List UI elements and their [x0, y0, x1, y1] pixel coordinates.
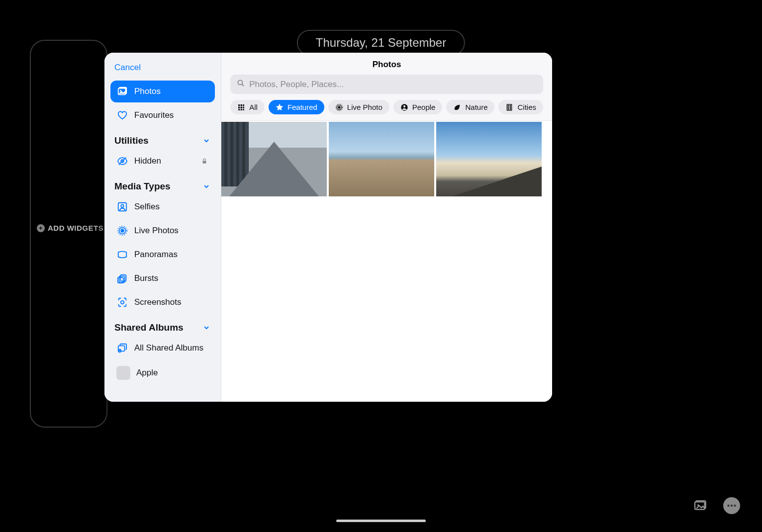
svg-point-3 [727, 505, 729, 507]
lockscreen-date-pill[interactable]: Thursday, 21 September [297, 30, 465, 56]
svg-rect-34 [243, 109, 244, 110]
svg-rect-47 [508, 108, 509, 109]
svg-rect-28 [243, 104, 244, 106]
svg-rect-43 [508, 105, 509, 106]
photo-thumbnail[interactable] [329, 122, 434, 196]
section-header-utilities[interactable]: Utilities [110, 128, 215, 148]
chip-label: People [412, 103, 436, 111]
svg-rect-27 [241, 104, 242, 106]
photo-thumbnail[interactable] [221, 122, 327, 196]
sidebar-item-hidden[interactable]: Hidden [110, 150, 215, 172]
add-widgets-label: ADD WIDGETS [48, 224, 103, 232]
more-button[interactable] [723, 497, 740, 514]
sidebar-item-panoramas[interactable]: Panoramas [110, 244, 215, 266]
bottom-toolbar [692, 497, 740, 514]
search-field[interactable] [230, 75, 543, 94]
sidebar-item-live-photos[interactable]: Live Photos [110, 220, 215, 242]
shared-stack-icon [116, 342, 128, 354]
sidebar-item-favourites[interactable]: Favourites [110, 104, 215, 126]
sidebar-item-label: Live Photos [134, 226, 179, 236]
photo-picker-modal: Cancel Photos Favourites Utili [104, 53, 552, 402]
sidebar-item-label: All Shared Albums [134, 343, 203, 353]
svg-rect-33 [241, 109, 242, 110]
sidebar: Cancel Photos Favourites Utili [104, 53, 221, 402]
sidebar-item-selfies[interactable]: Selfies [110, 196, 215, 218]
svg-rect-29 [238, 106, 240, 108]
sidebar-item-label: Hidden [134, 156, 161, 166]
section-header-media-types[interactable]: Media Types [110, 174, 215, 194]
chip-all[interactable]: All [230, 100, 265, 114]
sidebar-item-photos[interactable]: Photos [110, 81, 215, 102]
sidebar-item-screenshots[interactable]: Screenshots [110, 291, 215, 313]
photo-thumbnail[interactable] [436, 122, 542, 196]
sidebar-item-label: Screenshots [134, 297, 182, 307]
chevron-down-icon [202, 182, 211, 191]
svg-rect-26 [238, 104, 240, 106]
filter-chips: All Featured Live Photo [230, 94, 543, 114]
svg-point-4 [731, 505, 733, 507]
panorama-icon [116, 249, 128, 261]
svg-point-24 [238, 80, 243, 85]
chip-people[interactable]: People [393, 100, 443, 114]
svg-rect-48 [510, 108, 511, 109]
lockscreen-preview-frame [30, 40, 107, 428]
svg-point-35 [338, 106, 340, 108]
live-icon [116, 225, 128, 237]
lock-icon [200, 157, 209, 166]
wallpaper-photo-button[interactable] [692, 497, 709, 514]
svg-rect-30 [241, 106, 242, 108]
add-widgets-button[interactable]: + ADD WIDGETS [37, 224, 103, 232]
chevron-down-icon [202, 136, 211, 145]
sidebar-item-label: Apple [136, 368, 158, 378]
sidebar-item-label: Selfies [134, 202, 160, 212]
grid-icon [237, 103, 245, 111]
live-icon [335, 103, 343, 111]
svg-rect-45 [508, 107, 509, 107]
section-header-shared[interactable]: Shared Albums [110, 315, 215, 335]
plus-icon: + [37, 224, 45, 232]
photos-icon [116, 86, 128, 97]
svg-point-14 [121, 229, 124, 232]
album-thumb-icon [116, 366, 130, 380]
svg-rect-46 [510, 107, 511, 107]
person-icon [400, 103, 408, 111]
svg-rect-31 [243, 106, 244, 108]
building-icon [505, 103, 513, 111]
svg-point-5 [734, 505, 736, 507]
cancel-button[interactable]: Cancel [110, 61, 215, 79]
burst-icon [116, 272, 128, 284]
sidebar-item-all-shared[interactable]: All Shared Albums [110, 337, 215, 359]
photo-grid [221, 121, 552, 402]
sidebar-item-bursts[interactable]: Bursts [110, 267, 215, 289]
heart-icon [116, 109, 128, 121]
chevron-down-icon [202, 323, 211, 332]
sidebar-item-apple[interactable]: Apple [110, 361, 215, 385]
svg-line-25 [242, 84, 244, 86]
lockscreen-date-text: Thursday, 21 September [316, 36, 446, 49]
chip-label: Featured [287, 103, 317, 111]
screenshot-icon [116, 296, 128, 308]
chip-label: Nature [465, 103, 487, 111]
main-header: Photos All [221, 53, 552, 121]
search-input[interactable] [249, 80, 537, 89]
chip-label: Cities [517, 103, 536, 111]
eye-off-icon [116, 155, 128, 167]
leaf-icon [453, 103, 461, 111]
svg-rect-44 [510, 105, 511, 106]
svg-point-20 [121, 301, 124, 304]
chip-cities[interactable]: Cities [498, 100, 543, 114]
person-square-icon [116, 201, 128, 213]
star-icon [276, 103, 284, 111]
svg-rect-11 [203, 161, 206, 163]
chip-featured[interactable]: Featured [269, 100, 324, 114]
main-title: Photos [230, 59, 543, 75]
home-indicator[interactable] [336, 520, 426, 522]
chip-live-photo[interactable]: Live Photo [328, 100, 389, 114]
svg-point-39 [403, 105, 405, 107]
sidebar-item-label: Favourites [134, 110, 174, 120]
chip-label: Live Photo [347, 103, 382, 111]
chip-nature[interactable]: Nature [446, 100, 494, 114]
svg-point-8 [120, 90, 121, 91]
main-content: Photos All [221, 53, 552, 402]
search-icon [236, 79, 245, 90]
